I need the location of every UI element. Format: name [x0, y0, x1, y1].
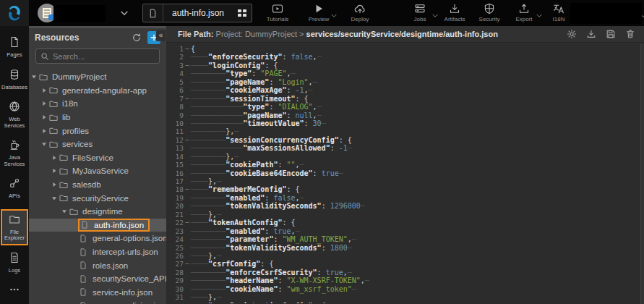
tree-arrow-closed-icon[interactable] — [40, 114, 48, 120]
toolbar-i18n[interactable]: I18N — [545, 2, 572, 22]
tree-item-content: FileService — [58, 151, 118, 164]
toolbar-jobs[interactable]: Jobs — [406, 2, 434, 22]
tree-item-general-options.json[interactable]: general-options.json — [29, 232, 166, 245]
sidebar-item-label: File Explorer — [2, 229, 27, 242]
tree-item-FileService[interactable]: FileService — [29, 151, 166, 165]
tree-arrow-open-icon[interactable] — [30, 74, 38, 80]
toolbar-tutorials[interactable]: Tutorials — [264, 2, 291, 22]
code-text: ────},─ — [191, 177, 644, 185]
fold-marker[interactable]: – — [184, 95, 191, 103]
open-file-tab[interactable]: auth-info.json — [142, 4, 252, 22]
toolbar-deploy[interactable]: Deploy — [346, 2, 374, 22]
code-line: 15────────"cookiePath": "",─ — [166, 161, 644, 169]
code-text: ────────"cookieName": "wm_xsrf_token"─ — [191, 285, 644, 293]
line-number: 13 — [166, 144, 184, 152]
search-input[interactable] — [53, 52, 147, 61]
tree-item-roles.json[interactable]: roles.json — [29, 258, 166, 272]
tree-item-profiles[interactable]: profiles — [29, 124, 166, 138]
chevron-down-icon[interactable] — [331, 8, 337, 21]
code-line: 14────────},─ — [166, 153, 644, 161]
save-file-icon[interactable] — [606, 29, 616, 39]
folder-icon — [59, 166, 69, 176]
preview-icon — [313, 2, 325, 15]
tree-item-generated-angular-app[interactable]: generated-angular-app — [29, 84, 166, 98]
fold-spacer — [184, 252, 191, 260]
code-content[interactable]: 1–{2────"enforceSecurity": false,─3–────… — [166, 43, 644, 303]
editor-scrollbar[interactable] — [640, 43, 644, 304]
code-line: 17────},─ — [166, 177, 644, 185]
download-file-icon[interactable] — [586, 29, 596, 39]
tree-item-i18n[interactable]: i18n — [29, 97, 166, 111]
refresh-icon[interactable] — [132, 33, 142, 43]
tree-item-content: securityService — [58, 192, 133, 205]
tree-item-DummyProject[interactable]: DummyProject — [29, 70, 166, 84]
sidebar-item-more[interactable] — [1, 279, 28, 302]
line-number: 16 — [166, 169, 184, 177]
editor-settings-gear-icon[interactable] — [567, 29, 577, 39]
tree-arrow-closed-icon[interactable] — [40, 101, 48, 106]
sidebar-item-databases[interactable]: Databases — [1, 64, 28, 95]
collapse-panel-button[interactable]: « — [156, 30, 166, 41]
file-icon — [80, 220, 90, 229]
tree-item-label: services — [62, 140, 93, 148]
sidebar-item-java-services[interactable]: Java Services — [1, 135, 28, 171]
chevron-down-icon[interactable] — [432, 8, 438, 21]
code-line: 29────────"headerName": "X-WM-XSRF-TOKEN… — [166, 276, 644, 284]
tree-item-securityService_API.json[interactable]: securityService_API.json — [29, 272, 166, 286]
toolbar-security[interactable]: Security — [476, 2, 503, 22]
toolbar-preview[interactable]: Preview — [305, 2, 332, 22]
tree-item-service-info.json[interactable]: service-info.json — [29, 286, 166, 300]
tree-arrow-closed-icon[interactable] — [51, 182, 58, 187]
chevron-down-icon[interactable] — [536, 8, 542, 21]
tree-arrow-open-icon[interactable] — [40, 141, 48, 147]
export-icon — [518, 2, 530, 15]
tree-item-intercept-urls.json[interactable]: intercept-urls.json — [29, 245, 166, 259]
tree-item-wm-xss-policies.json[interactable]: wm-xss-policies.json — [29, 299, 166, 304]
fold-marker[interactable]: – — [184, 219, 191, 227]
fold-marker[interactable]: – — [184, 185, 191, 193]
fold-spacer — [184, 78, 191, 86]
code-line: 21────},─ — [166, 211, 644, 219]
code-text: ────────"parameter": "WM_AUTH_TOKEN",─ — [191, 235, 644, 243]
grid-view-icon[interactable] — [233, 4, 252, 22]
code-text: ────"loginConfig": { — [191, 62, 644, 69]
code-text: ────────},─ — [191, 153, 644, 161]
fold-marker[interactable]: – — [184, 136, 191, 144]
tree-item-MyJavaService[interactable]: MyJavaService — [29, 164, 166, 178]
code-text: ────"csrfConfig": { — [191, 260, 644, 268]
file-icon — [143, 4, 163, 22]
fold-marker[interactable]: – — [184, 302, 191, 303]
wavemaker-logo[interactable] — [0, 0, 29, 26]
tree-item-securityService[interactable]: securityService — [29, 191, 166, 205]
fold-marker[interactable]: – — [184, 62, 191, 69]
sidebar-item-logs[interactable]: Logs — [1, 248, 28, 278]
fold-marker[interactable]: – — [184, 45, 191, 53]
sidebar-item-pages[interactable]: Pages — [1, 32, 28, 62]
project-chevron-down-icon[interactable] — [119, 8, 129, 21]
tree-arrow-closed-icon[interactable] — [51, 168, 58, 174]
sidebar-item-web-services[interactable]: Web Services — [1, 96, 28, 132]
fold-spacer — [184, 119, 191, 127]
tree-arrow-closed-icon[interactable] — [40, 128, 48, 134]
tree-item-services[interactable]: services — [29, 138, 166, 151]
tree-item-salesdb[interactable]: salesdb — [29, 178, 166, 192]
line-number: 5 — [166, 78, 184, 86]
toolbar-export[interactable]: Export — [510, 2, 538, 22]
code-line: 24────────"parameter": "WM_AUTH_TOKEN",─ — [166, 235, 644, 243]
code-text: ────},─ — [191, 293, 644, 301]
toolbar-artifacts[interactable]: Artifacts — [441, 2, 468, 22]
tree-arrow-closed-icon[interactable] — [40, 88, 48, 93]
tree-item-lib[interactable]: lib — [29, 111, 166, 124]
code-text: ────────},─ — [191, 127, 644, 135]
sidebar-item-apis[interactable]: APIs — [1, 173, 28, 203]
line-number: 17 — [166, 177, 184, 185]
sidebar-item-file-explorer[interactable]: File Explorer — [1, 209, 28, 245]
tree-arrow-closed-icon[interactable] — [51, 155, 58, 161]
fold-spacer — [184, 244, 191, 252]
tree-arrow-open-icon[interactable] — [51, 195, 58, 201]
tree-item-auth-info.json[interactable]: auth-info.json — [29, 219, 166, 232]
fold-marker[interactable]: – — [184, 260, 191, 268]
tree-arrow-open-icon[interactable] — [61, 208, 68, 214]
delete-file-icon[interactable] — [625, 29, 635, 39]
tree-item-designtime[interactable]: designtime — [29, 205, 166, 219]
